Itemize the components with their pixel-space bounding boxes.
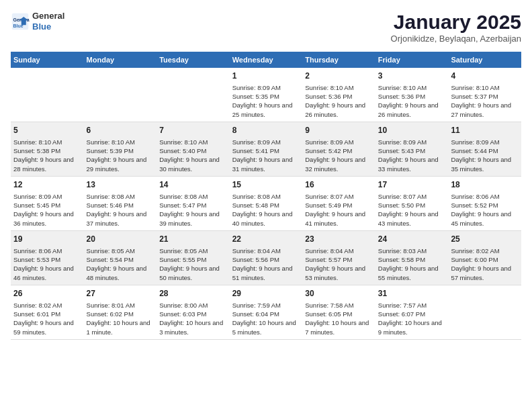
day-number: 22 (232, 234, 300, 245)
day-number: 17 (378, 179, 446, 191)
day-number: 23 (305, 234, 373, 245)
calendar-cell: 22Sunrise: 8:04 AMSunset: 5:56 PMDayligh… (230, 230, 303, 285)
calendar-table: SundayMondayTuesdayWednesdayThursdayFrid… (11, 52, 521, 340)
day-info: Sunrise: 8:05 AMSunset: 5:55 PMDaylight:… (159, 246, 227, 282)
day-number: 29 (232, 288, 300, 300)
day-number: 25 (451, 234, 519, 245)
calendar-cell: 27Sunrise: 8:01 AMSunset: 6:02 PMDayligh… (84, 285, 157, 339)
calendar-cell: 28Sunrise: 8:00 AMSunset: 6:03 PMDayligh… (157, 285, 230, 339)
week-row-1: 5Sunrise: 8:10 AMSunset: 5:38 PMDaylight… (11, 122, 521, 176)
day-info: Sunrise: 8:09 AMSunset: 5:45 PMDaylight:… (13, 192, 81, 228)
day-info: Sunrise: 8:09 AMSunset: 5:41 PMDaylight:… (232, 138, 300, 173)
calendar-cell: 30Sunrise: 7:58 AMSunset: 6:05 PMDayligh… (302, 285, 375, 339)
calendar-cell: 2Sunrise: 8:10 AMSunset: 5:36 PMDaylight… (302, 68, 375, 122)
logo: General Blue General Blue (11, 11, 64, 32)
calendar-cell: 26Sunrise: 8:02 AMSunset: 6:01 PMDayligh… (11, 285, 84, 339)
calendar-body: 1Sunrise: 8:09 AMSunset: 5:35 PMDaylight… (11, 68, 521, 339)
day-number: 24 (378, 234, 446, 245)
day-number: 18 (451, 179, 519, 191)
day-info: Sunrise: 8:02 AMSunset: 6:00 PMDaylight:… (451, 246, 519, 282)
day-number: 30 (305, 288, 373, 300)
day-info: Sunrise: 8:08 AMSunset: 5:46 PMDaylight:… (87, 192, 154, 228)
calendar-cell (84, 68, 157, 122)
day-info: Sunrise: 8:09 AMSunset: 5:43 PMDaylight:… (378, 138, 446, 173)
calendar-cell: 14Sunrise: 8:08 AMSunset: 5:47 PMDayligh… (157, 176, 230, 230)
day-number: 3 (378, 71, 446, 82)
day-number: 27 (87, 288, 154, 300)
logo-text: General Blue (32, 11, 64, 32)
day-info: Sunrise: 7:58 AMSunset: 6:05 PMDaylight:… (305, 301, 373, 336)
day-header-tuesday: Tuesday (157, 52, 230, 68)
day-info: Sunrise: 8:06 AMSunset: 5:52 PMDaylight:… (451, 192, 519, 228)
day-header-saturday: Saturday (448, 52, 521, 68)
calendar-cell: 7Sunrise: 8:10 AMSunset: 5:40 PMDaylight… (157, 122, 230, 176)
calendar-cell: 10Sunrise: 8:09 AMSunset: 5:43 PMDayligh… (375, 122, 449, 176)
day-info: Sunrise: 7:57 AMSunset: 6:07 PMDaylight:… (378, 301, 446, 336)
calendar-cell: 31Sunrise: 7:57 AMSunset: 6:07 PMDayligh… (375, 285, 449, 339)
calendar-cell: 6Sunrise: 8:10 AMSunset: 5:39 PMDaylight… (84, 122, 157, 176)
day-info: Sunrise: 8:04 AMSunset: 5:57 PMDaylight:… (305, 246, 373, 282)
day-info: Sunrise: 8:02 AMSunset: 6:01 PMDaylight:… (13, 301, 81, 336)
day-number: 13 (87, 179, 154, 191)
day-info: Sunrise: 8:10 AMSunset: 5:40 PMDaylight:… (159, 138, 227, 173)
calendar-cell: 1Sunrise: 8:09 AMSunset: 5:35 PMDaylight… (230, 68, 303, 122)
day-header-thursday: Thursday (302, 52, 375, 68)
day-info: Sunrise: 8:10 AMSunset: 5:37 PMDaylight:… (451, 83, 519, 119)
calendar-cell: 15Sunrise: 8:08 AMSunset: 5:48 PMDayligh… (230, 176, 303, 230)
day-header-wednesday: Wednesday (230, 52, 303, 68)
week-row-4: 26Sunrise: 8:02 AMSunset: 6:01 PMDayligh… (11, 285, 521, 339)
day-info: Sunrise: 7:59 AMSunset: 6:04 PMDaylight:… (232, 301, 300, 336)
day-number: 19 (13, 234, 81, 245)
day-number: 1 (232, 71, 300, 82)
logo-icon: General Blue (11, 12, 30, 31)
day-info: Sunrise: 8:10 AMSunset: 5:36 PMDaylight:… (378, 83, 446, 119)
day-info: Sunrise: 8:03 AMSunset: 5:58 PMDaylight:… (378, 246, 446, 282)
day-number: 28 (159, 288, 227, 300)
day-info: Sunrise: 8:06 AMSunset: 5:53 PMDaylight:… (13, 246, 81, 282)
day-info: Sunrise: 8:07 AMSunset: 5:50 PMDaylight:… (378, 192, 446, 228)
day-info: Sunrise: 8:08 AMSunset: 5:47 PMDaylight:… (159, 192, 227, 228)
day-info: Sunrise: 8:07 AMSunset: 5:49 PMDaylight:… (305, 192, 373, 228)
week-row-3: 19Sunrise: 8:06 AMSunset: 5:53 PMDayligh… (11, 230, 521, 285)
calendar-cell: 25Sunrise: 8:02 AMSunset: 6:00 PMDayligh… (448, 230, 521, 285)
day-info: Sunrise: 8:09 AMSunset: 5:42 PMDaylight:… (305, 138, 373, 173)
calendar-cell (157, 68, 230, 122)
day-number: 9 (305, 125, 373, 136)
logo-line2: Blue (32, 21, 64, 32)
day-info: Sunrise: 8:00 AMSunset: 6:03 PMDaylight:… (159, 301, 227, 336)
calendar-cell: 16Sunrise: 8:07 AMSunset: 5:49 PMDayligh… (302, 176, 375, 230)
month-title: January 2025 (391, 11, 521, 34)
day-info: Sunrise: 8:04 AMSunset: 5:56 PMDaylight:… (232, 246, 300, 282)
day-info: Sunrise: 8:09 AMSunset: 5:35 PMDaylight:… (232, 83, 300, 119)
days-header-row: SundayMondayTuesdayWednesdayThursdayFrid… (11, 52, 521, 68)
day-info: Sunrise: 8:10 AMSunset: 5:38 PMDaylight:… (13, 138, 81, 173)
calendar-cell: 29Sunrise: 7:59 AMSunset: 6:04 PMDayligh… (230, 285, 303, 339)
calendar-cell: 4Sunrise: 8:10 AMSunset: 5:37 PMDaylight… (448, 68, 521, 122)
page-header: General Blue General Blue January 2025 O… (11, 11, 521, 44)
day-number: 10 (378, 125, 446, 136)
calendar-cell (448, 285, 521, 339)
calendar-cell: 21Sunrise: 8:05 AMSunset: 5:55 PMDayligh… (157, 230, 230, 285)
day-number: 21 (159, 234, 227, 245)
day-info: Sunrise: 8:08 AMSunset: 5:48 PMDaylight:… (232, 192, 300, 228)
day-info: Sunrise: 8:05 AMSunset: 5:54 PMDaylight:… (87, 246, 154, 282)
day-info: Sunrise: 8:01 AMSunset: 6:02 PMDaylight:… (87, 301, 154, 336)
logo-line1: General (32, 11, 64, 21)
day-info: Sunrise: 8:09 AMSunset: 5:44 PMDaylight:… (451, 138, 519, 173)
calendar-cell: 23Sunrise: 8:04 AMSunset: 5:57 PMDayligh… (302, 230, 375, 285)
day-number: 16 (305, 179, 373, 191)
calendar-cell: 12Sunrise: 8:09 AMSunset: 5:45 PMDayligh… (11, 176, 84, 230)
week-row-0: 1Sunrise: 8:09 AMSunset: 5:35 PMDaylight… (11, 68, 521, 122)
day-number: 31 (378, 288, 446, 300)
day-info: Sunrise: 8:10 AMSunset: 5:36 PMDaylight:… (305, 83, 373, 119)
title-area: January 2025 Orjonikidze, Beylaqan, Azer… (391, 11, 521, 44)
calendar-header: SundayMondayTuesdayWednesdayThursdayFrid… (11, 52, 521, 68)
calendar-cell: 18Sunrise: 8:06 AMSunset: 5:52 PMDayligh… (448, 176, 521, 230)
calendar-cell: 20Sunrise: 8:05 AMSunset: 5:54 PMDayligh… (84, 230, 157, 285)
day-header-friday: Friday (375, 52, 449, 68)
day-number: 20 (87, 234, 154, 245)
day-number: 2 (305, 71, 373, 82)
day-number: 4 (451, 71, 519, 82)
calendar-cell: 9Sunrise: 8:09 AMSunset: 5:42 PMDaylight… (302, 122, 375, 176)
day-number: 7 (159, 125, 227, 136)
